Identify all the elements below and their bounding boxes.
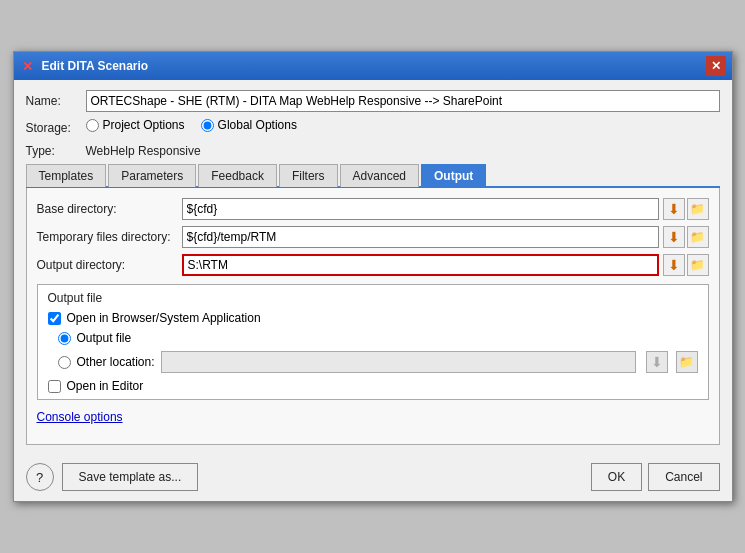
folder-icon-3: 📁: [690, 258, 705, 272]
type-value: WebHelp Responsive: [86, 144, 201, 158]
close-button[interactable]: ✕: [706, 56, 726, 76]
console-options-link[interactable]: Console options: [37, 410, 709, 424]
edit-dita-scenario-dialog: ✕ Edit DITA Scenario ✕ Name: Storage: Pr…: [13, 51, 733, 502]
open-editor-checkbox[interactable]: [48, 380, 61, 393]
download-icon-2: ⬇: [668, 229, 680, 245]
output-dir-input[interactable]: [182, 254, 659, 276]
dialog-footer: ? Save template as... OK Cancel: [14, 455, 732, 501]
name-label: Name:: [26, 94, 86, 108]
other-location-download-btn[interactable]: ⬇: [646, 351, 668, 373]
cancel-button[interactable]: Cancel: [648, 463, 719, 491]
download-icon-3: ⬇: [668, 257, 680, 273]
project-options-label: Project Options: [103, 118, 185, 132]
title-bar: ✕ Edit DITA Scenario ✕: [14, 52, 732, 80]
other-location-label: Other location:: [77, 355, 155, 369]
open-browser-label: Open in Browser/System Application: [67, 311, 261, 325]
download-icon: ⬇: [668, 201, 680, 217]
dita-icon: ✕: [20, 58, 36, 74]
base-dir-row: Base directory: ⬇ 📁: [37, 198, 709, 220]
output-dir-label: Output directory:: [37, 258, 182, 272]
base-dir-download-btn[interactable]: ⬇: [663, 198, 685, 220]
output-tab-content: Base directory: ⬇ 📁 Temporary files dire…: [26, 188, 720, 445]
base-dir-folder-btn[interactable]: 📁: [687, 198, 709, 220]
storage-label: Storage:: [26, 121, 86, 135]
base-dir-label: Base directory:: [37, 202, 182, 216]
tab-output[interactable]: Output: [421, 164, 486, 187]
temp-dir-download-btn[interactable]: ⬇: [663, 226, 685, 248]
help-button[interactable]: ?: [26, 463, 54, 491]
temp-dir-input[interactable]: [182, 226, 659, 248]
dialog-title: Edit DITA Scenario: [42, 59, 149, 73]
global-options-label: Global Options: [218, 118, 297, 132]
folder-icon: 📁: [690, 202, 705, 216]
output-file-radio-label: Output file: [77, 331, 132, 345]
name-row: Name:: [26, 90, 720, 112]
open-editor-label: Open in Editor: [67, 379, 144, 393]
type-row: Type: WebHelp Responsive: [26, 144, 720, 158]
project-options-radio[interactable]: Project Options: [86, 118, 185, 132]
ok-button[interactable]: OK: [591, 463, 642, 491]
storage-options: Project Options Global Options: [86, 118, 720, 132]
folder-icon-2: 📁: [690, 230, 705, 244]
output-file-section-title: Output file: [48, 291, 698, 305]
temp-dir-row: Temporary files directory: ⬇ 📁: [37, 226, 709, 248]
global-options-radio[interactable]: Global Options: [201, 118, 297, 132]
other-location-radio[interactable]: [58, 356, 71, 369]
output-dir-folder-btn[interactable]: 📁: [687, 254, 709, 276]
type-label: Type:: [26, 144, 86, 158]
dialog-body: Name: Storage: Project Options Global Op…: [14, 80, 732, 455]
base-dir-input[interactable]: [182, 198, 659, 220]
tab-feedback[interactable]: Feedback: [198, 164, 277, 187]
footer-right: OK Cancel: [591, 463, 720, 491]
name-input[interactable]: [86, 90, 720, 112]
output-file-radio[interactable]: [58, 332, 71, 345]
temp-dir-label: Temporary files directory:: [37, 230, 182, 244]
output-dir-row: Output directory: ⬇ 📁: [37, 254, 709, 276]
temp-dir-folder-btn[interactable]: 📁: [687, 226, 709, 248]
other-location-input[interactable]: [161, 351, 636, 373]
storage-row: Storage: Project Options Global Options: [26, 118, 720, 138]
open-browser-checkbox[interactable]: [48, 312, 61, 325]
title-bar-left: ✕ Edit DITA Scenario: [20, 58, 149, 74]
open-browser-row: Open in Browser/System Application: [48, 311, 698, 325]
tab-advanced[interactable]: Advanced: [340, 164, 419, 187]
footer-left: ? Save template as...: [26, 463, 199, 491]
output-file-section: Output file Open in Browser/System Appli…: [37, 284, 709, 400]
tab-filters[interactable]: Filters: [279, 164, 338, 187]
folder-icon-4: 📁: [679, 355, 694, 369]
other-location-folder-btn[interactable]: 📁: [676, 351, 698, 373]
open-editor-row: Open in Editor: [48, 379, 698, 393]
tab-parameters[interactable]: Parameters: [108, 164, 196, 187]
other-location-row: Other location: ⬇ 📁: [58, 351, 698, 373]
output-file-radio-row: Output file: [58, 331, 698, 345]
tab-templates[interactable]: Templates: [26, 164, 107, 187]
download-icon-4: ⬇: [651, 354, 663, 370]
save-template-button[interactable]: Save template as...: [62, 463, 199, 491]
tab-bar: Templates Parameters Feedback Filters Ad…: [26, 164, 720, 188]
output-dir-download-btn[interactable]: ⬇: [663, 254, 685, 276]
